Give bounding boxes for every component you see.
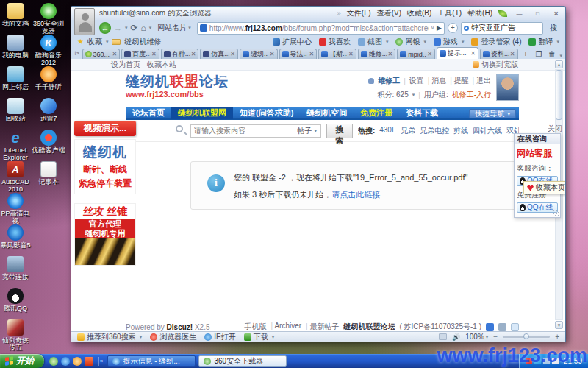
footer-badge-icon-1[interactable] bbox=[486, 323, 494, 331]
user-link[interactable]: 提醒 bbox=[450, 76, 468, 86]
search-go-button[interactable]: 搜 bbox=[546, 23, 561, 33]
footer-link[interactable]: 最新帖子 bbox=[306, 322, 339, 331]
tab-close-icon[interactable]: ✕ bbox=[348, 51, 354, 57]
tray-icon[interactable] bbox=[526, 358, 532, 364]
trash-tabs-caret-icon[interactable]: ▾ bbox=[559, 53, 562, 59]
zoom-level-button[interactable]: 100%▾ bbox=[465, 333, 488, 341]
status-bar-item[interactable]: 下载 bbox=[244, 332, 275, 342]
footer-site-link[interactable]: 缝纫机联盟论坛 bbox=[343, 322, 395, 331]
zoom-out-button[interactable]: − bbox=[493, 333, 498, 341]
zoom-slider[interactable] bbox=[503, 336, 550, 338]
forum-search-button[interactable]: 搜索 bbox=[326, 124, 353, 138]
compatibility-button[interactable]: + bbox=[448, 23, 458, 33]
quick-launch-icon[interactable] bbox=[73, 357, 82, 366]
toolbar-extension-item[interactable]: 翻译 bbox=[528, 37, 559, 47]
tap-die-ad[interactable]: 丝攻 丝锥 官方代理 缝纫机专用 bbox=[74, 203, 136, 266]
desktop-icon[interactable]: 仙剑奇侠传五 bbox=[0, 319, 31, 351]
tray-icon[interactable] bbox=[552, 358, 559, 364]
top-link[interactable]: 收藏本站 bbox=[147, 60, 176, 70]
desktop-icon[interactable]: 优酷客户端 bbox=[31, 130, 66, 161]
menu-item[interactable]: 查看(V) bbox=[377, 8, 401, 18]
tab-close-icon[interactable]: ✕ bbox=[191, 51, 196, 57]
home-button[interactable]: ⌂ bbox=[141, 23, 146, 33]
credit-link[interactable]: 积分: 625 bbox=[378, 90, 409, 100]
browser-tab[interactable]: 提示... ✕ bbox=[437, 47, 478, 59]
refresh-button[interactable]: ⟳ bbox=[131, 23, 138, 33]
browser-tab[interactable]: mpid... ✕ bbox=[397, 49, 435, 59]
tray-icon[interactable] bbox=[534, 358, 541, 364]
back-button[interactable]: ← bbox=[99, 22, 111, 34]
desktop-icon[interactable]: e Internet Explorer bbox=[0, 130, 31, 161]
maximize-button[interactable]: □ bbox=[531, 9, 544, 18]
status-bar-item[interactable]: 推荐到360搜索 bbox=[77, 332, 142, 342]
hot-keyword-link[interactable]: 430F bbox=[379, 126, 396, 136]
browser-tab[interactable]: 360... ✕ bbox=[82, 49, 121, 59]
user-group-link[interactable]: 机修工-入行 bbox=[452, 90, 491, 100]
forum-nav-item[interactable]: 知道(问答求助) bbox=[233, 107, 300, 119]
desktop-icon[interactable]: 千千静听 bbox=[31, 66, 66, 98]
hot-keyword-link[interactable]: 剪线 bbox=[453, 126, 468, 136]
forum-nav-item[interactable]: 缝纫机联盟网 bbox=[171, 107, 233, 119]
status-bar-item[interactable]: IE打开 bbox=[204, 332, 235, 342]
url-dropdown-icon[interactable]: ∨ bbox=[431, 25, 434, 31]
tab-close-icon[interactable]: ✕ bbox=[230, 51, 235, 57]
tab-close-icon[interactable]: ✕ bbox=[427, 51, 432, 57]
tab-pin-icon[interactable]: ⊳ bbox=[74, 49, 80, 57]
forum-nav-item[interactable]: 资料下载 bbox=[399, 107, 445, 119]
home-caret-icon[interactable]: ▾ bbox=[149, 25, 152, 31]
site-card-button[interactable]: 网站名片 ▾ bbox=[154, 23, 194, 33]
qq-online-button-2[interactable]: QQ在线 bbox=[517, 202, 558, 213]
desktop-icon[interactable]: 我的文档 bbox=[0, 3, 31, 35]
manual-download-link[interactable]: 请点击此链接 bbox=[331, 190, 380, 199]
hot-keyword-link[interactable]: 四针六线 bbox=[473, 126, 502, 136]
desktop-icon[interactable]: 暴风影音5 bbox=[0, 224, 31, 256]
tray-icon[interactable] bbox=[543, 358, 550, 364]
user-link[interactable]: 设置 bbox=[409, 76, 424, 86]
zoom-in-button[interactable]: + bbox=[555, 333, 559, 341]
forum-nav-item[interactable]: 缝纫机空间 bbox=[300, 107, 354, 119]
favorites-caret-icon[interactable]: ▾ bbox=[106, 39, 109, 45]
forum-nav-item[interactable]: 论坛首页 bbox=[126, 107, 171, 119]
desktop-icon[interactable]: 迅雷7 bbox=[31, 98, 66, 130]
tab-close-icon[interactable]: ✕ bbox=[510, 51, 515, 57]
browser-profile-avatar[interactable] bbox=[74, 8, 95, 35]
skin-leaf-icon[interactable] bbox=[498, 10, 507, 17]
tab-close-icon[interactable]: ✕ bbox=[112, 51, 117, 57]
tab-close-icon[interactable]: ✕ bbox=[309, 51, 314, 57]
menu-overflow-icon[interactable]: » bbox=[337, 10, 341, 17]
scroll-up-arrow[interactable]: ▲ bbox=[555, 60, 563, 68]
username-link[interactable]: 维修工 bbox=[378, 76, 400, 86]
forward-history-caret-icon[interactable]: ▾ bbox=[125, 25, 128, 31]
desktop-icon[interactable]: A AutoCAD 2010 bbox=[0, 161, 31, 193]
tab-close-icon[interactable]: ✕ bbox=[151, 51, 157, 57]
toolbar-extension-item[interactable]: 登录管家 (4) bbox=[471, 37, 521, 47]
desktop-icon[interactable]: 宽带连接 bbox=[0, 256, 31, 288]
toolbar-extension-item[interactable]: 截图 bbox=[358, 37, 389, 47]
favorites-button[interactable]: 收藏 bbox=[87, 37, 102, 47]
desktop-icon[interactable]: 360安全浏览器 bbox=[31, 3, 66, 35]
forum-nav-item[interactable]: 免费注册 bbox=[354, 107, 399, 119]
quick-launch-icon[interactable] bbox=[61, 357, 70, 366]
browser-tab[interactable]: 【斯... ✕ bbox=[318, 49, 356, 59]
browser-tab[interactable]: 资料... ✕ bbox=[480, 49, 518, 59]
scroll-down-arrow[interactable]: ▼ bbox=[555, 321, 563, 329]
minimize-button[interactable]: — bbox=[513, 9, 526, 18]
browser-tab[interactable]: 仿真... ✕ bbox=[200, 49, 238, 59]
menu-item[interactable]: 收藏(B) bbox=[407, 8, 431, 18]
search-scope-select[interactable]: 帖子▾ bbox=[293, 126, 320, 136]
taskbar-task-button[interactable]: 360安全下载器 bbox=[198, 355, 287, 367]
trash-tabs-button[interactable]: 🗑 bbox=[546, 49, 557, 59]
user-link[interactable]: 消息 bbox=[428, 76, 446, 86]
restore-tab-button[interactable]: ❐ bbox=[533, 49, 544, 59]
desktop-icon[interactable]: PP高清电视 bbox=[0, 193, 31, 224]
desktop-icon[interactable]: 回收站 bbox=[0, 98, 31, 130]
forum-search-field[interactable]: 帖子▾ bbox=[190, 124, 321, 138]
video-demo-button[interactable]: 视频演示... bbox=[74, 121, 136, 136]
tab-close-icon[interactable]: ✕ bbox=[388, 51, 393, 57]
hot-keyword-link[interactable]: 兄弟 bbox=[401, 126, 415, 136]
desktop-icon[interactable]: 腾讯QQ bbox=[0, 288, 31, 319]
footer-link[interactable]: 手机版 bbox=[245, 322, 267, 331]
wide-version-switch[interactable]: 切换到宽版 bbox=[473, 60, 518, 70]
start-button[interactable]: 开始 bbox=[0, 354, 44, 368]
tab-close-icon[interactable]: ✕ bbox=[470, 50, 476, 57]
